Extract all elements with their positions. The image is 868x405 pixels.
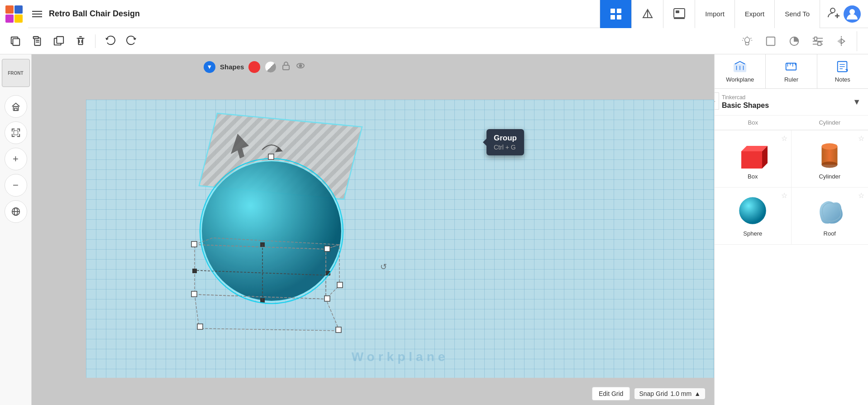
add-user-icon[interactable]: [827, 6, 840, 22]
lock-icon[interactable]: [281, 61, 291, 73]
light-icon: [741, 35, 753, 47]
shapes-source-label: Tinkercad: [722, 94, 769, 101]
workplane-button[interactable]: Workplane: [715, 54, 766, 88]
copy-workplane-button[interactable]: [5, 31, 25, 51]
color-hole-button[interactable]: [265, 61, 277, 73]
menu-button[interactable]: [28, 0, 46, 28]
front-view-cube[interactable]: FRONT: [2, 59, 30, 87]
undo-button[interactable]: [100, 31, 120, 51]
logo-k: [5, 14, 14, 23]
snap-grid-label: Snap Grid: [639, 390, 668, 397]
shape-outline-button[interactable]: [761, 31, 781, 51]
sphere-shape-image: [737, 195, 768, 227]
svg-rect-57: [324, 246, 330, 251]
objects-svg: ↺: [104, 91, 475, 362]
tooltip-arrow: [483, 139, 486, 146]
toolbar-separator-1: [95, 34, 95, 48]
svg-rect-6: [676, 10, 679, 13]
nav-build-button[interactable]: [631, 0, 663, 28]
right-panel: Workplane Ruler: [714, 54, 868, 405]
col-header-box: Box: [715, 116, 792, 130]
svg-rect-30: [767, 37, 775, 45]
tooltip-shortcut: Ctrl + G: [494, 144, 517, 151]
top-bar: Retro Ball Chair Design Import Export Se…: [0, 0, 868, 28]
toolbar-group-btns: [737, 31, 857, 51]
zoom-in-button[interactable]: +: [5, 148, 27, 170]
plus-icon: +: [13, 153, 19, 165]
edit-grid-button[interactable]: Edit Grid: [592, 387, 630, 400]
project-title: Retro Ball Chair Design: [46, 9, 600, 19]
redo-button[interactable]: [122, 31, 142, 51]
export-button[interactable]: Export: [734, 0, 774, 28]
svg-rect-15: [33, 36, 38, 39]
svg-line-27: [750, 38, 751, 39]
paste-button[interactable]: [27, 31, 47, 51]
svg-rect-5: [674, 9, 685, 18]
ruler-icon: [784, 60, 798, 73]
shapes-dropdown-button[interactable]: ▼: [204, 61, 215, 73]
paste-icon: [31, 35, 43, 47]
eye-svg: [296, 61, 305, 71]
avatar-icon: [846, 8, 858, 20]
visibility-icon[interactable]: [296, 61, 305, 73]
shape-item-cylinder[interactable]: ☆: [792, 130, 868, 188]
user-area[interactable]: [820, 0, 868, 28]
shapes-source-dropdown[interactable]: ▼: [853, 97, 861, 107]
svg-point-75: [300, 65, 302, 67]
build-icon: [641, 8, 654, 20]
svg-rect-44: [14, 130, 18, 135]
shape-item-roof[interactable]: ☆ Roof: [792, 188, 868, 245]
cylinder-favorite-star[interactable]: ☆: [858, 134, 864, 143]
nav-grid-button[interactable]: [600, 0, 631, 28]
right-panel-shapes-area: › Tinkercad Basic Shapes: [722, 94, 769, 110]
import-button[interactable]: Import: [695, 0, 734, 28]
sphere-3d-svg: [737, 193, 768, 229]
svg-rect-71: [268, 154, 274, 159]
zoom-out-button[interactable]: −: [5, 174, 27, 197]
snap-grid-control[interactable]: Snap Grid 1.0 mm ▲: [634, 388, 705, 399]
svg-rect-19: [57, 36, 63, 43]
export-nav-icon: [673, 8, 686, 20]
fit-view-button[interactable]: [5, 121, 27, 144]
svg-rect-62: [336, 327, 341, 333]
color-solid-button[interactable]: [248, 61, 260, 73]
align-button[interactable]: [808, 31, 828, 51]
svg-marker-40: [838, 39, 841, 43]
box-favorite-star[interactable]: ☆: [781, 134, 787, 143]
shape-item-box[interactable]: ☆: [715, 130, 792, 188]
svg-point-93: [822, 143, 838, 149]
roof-shape-image: [814, 195, 845, 227]
send-to-button[interactable]: Send To: [774, 0, 820, 28]
home-view-button[interactable]: [5, 95, 27, 118]
notes-button[interactable]: Notes: [817, 54, 868, 88]
collapse-panel-button[interactable]: ›: [714, 92, 719, 110]
shape-item-sphere[interactable]: ☆ Sphere: [715, 188, 792, 245]
mirror-button[interactable]: [831, 31, 851, 51]
undo-icon: [104, 35, 116, 47]
shape-outline-icon: [765, 35, 777, 47]
delete-button[interactable]: [71, 31, 91, 51]
logo[interactable]: [0, 0, 28, 28]
perspective-button[interactable]: [5, 200, 27, 223]
sphere-favorite-star[interactable]: ☆: [781, 191, 787, 200]
shape-filled-button[interactable]: [784, 31, 804, 51]
shapes-title: Basic Shapes: [722, 101, 769, 110]
user-avatar[interactable]: [844, 5, 861, 23]
light-toggle-button[interactable]: [737, 31, 757, 51]
ruler-button[interactable]: Ruler: [766, 54, 817, 88]
nav-export-button[interactable]: [663, 0, 695, 28]
canvas-area[interactable]: Workplane: [32, 54, 714, 405]
roof-favorite-star[interactable]: ☆: [858, 191, 864, 200]
cylinder-shape-name: Cylinder: [819, 173, 840, 180]
cylinder-3d-svg: [814, 135, 845, 172]
shapes-grid: ☆: [715, 130, 868, 245]
box-shape-name: Box: [748, 173, 758, 180]
svg-line-26: [743, 38, 744, 39]
shapes-bar: ▼ Shapes: [204, 61, 305, 73]
notes-icon: [836, 60, 849, 73]
cylinder-shape-image: [814, 138, 845, 169]
snap-grid-value: 1.0 mm: [670, 390, 692, 397]
svg-rect-33: [815, 37, 817, 40]
svg-rect-3: [617, 15, 621, 19]
duplicate-button[interactable]: [49, 31, 69, 51]
